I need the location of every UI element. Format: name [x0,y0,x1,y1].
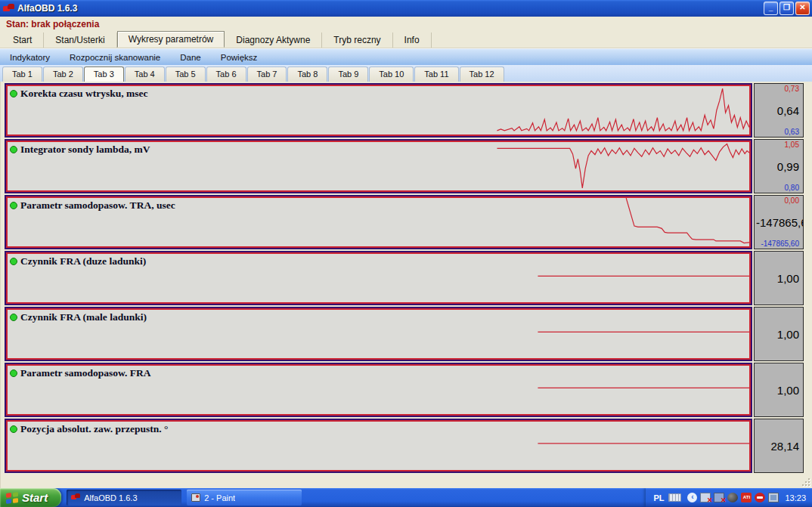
minimize-button[interactable]: _ [764,2,778,15]
clock[interactable]: 13:23 [785,493,806,502]
keyboard-icon[interactable] [668,493,681,502]
chart-box[interactable]: Czynnik FRA (male ladunki) [5,307,752,361]
connection-status: Stan: brak połączenia [6,19,99,29]
chart-surface: Parametr samodopasow. TRA, usec [6,196,751,248]
window-title: AlfaOBD 1.6.3 [17,3,77,14]
chart-box[interactable]: Pozycja absolut. zaw. przepustn. ° [5,419,752,473]
tray-icons: ‹ATI [687,493,782,502]
display-icon[interactable] [768,493,779,502]
strip-tab-8[interactable]: Tab 8 [287,66,327,82]
main-tab-bar: StartStan/UsterkiWykresy parametrówDiagn… [0,31,812,48]
tab-start[interactable]: Start [2,32,44,48]
panel-label-row: Parametr samodopasow. TRA, usec [10,199,175,212]
tab-stan-usterki[interactable]: Stan/Usterki [44,32,116,48]
chart-surface: Pozycja absolut. zaw. przepustn. ° [6,420,751,471]
task-label: 2 - Paint [204,493,235,502]
hide-icons-chevron[interactable]: ‹ [687,493,697,502]
start-label: Start [22,491,48,504]
menu-item-dane[interactable]: Dane [170,49,211,66]
taskbar-button-2-paint[interactable]: 2 - Paint [187,490,302,505]
strip-tab-3[interactable]: Tab 3 [84,66,124,82]
tab-tryb-reczny[interactable]: Tryb reczny [322,32,392,48]
panel-label-row: Czynnik FRA (male ladunki) [10,311,147,323]
strip-tab-12[interactable]: Tab 12 [460,66,504,82]
parameter-name: Integrator sondy lambda, mV [20,144,150,156]
strip-tab-11[interactable]: Tab 11 [414,66,458,82]
value-box: 0,730,640,63 [754,83,804,138]
strip-tab-9[interactable]: Tab 9 [328,66,368,82]
volume-icon[interactable] [727,493,738,502]
resize-grip[interactable] [801,477,810,487]
value-box: 28,14 [754,419,804,473]
parameter-panel-integrator-sondy-lambda-mv[interactable]: Integrator sondy lambda, mV1,050,990,80 [5,139,804,193]
taskbar-button-alfaobd-1-6-3[interactable]: AlfaOBD 1.6.3 [67,490,181,505]
network-offline-icon[interactable] [700,493,711,502]
strip-tab-7[interactable]: Tab 7 [247,66,287,82]
menu-item-powi-ksz[interactable]: Powiększ [211,49,268,66]
parameter-panel-korekta-czasu-wtrysku-msec[interactable]: Korekta czasu wtrysku, msec0,730,640,63 [5,83,804,138]
tab-wykresy-parametr-w[interactable]: Wykresy parametrów [117,31,225,48]
chart-box[interactable]: Czynnik FRA (duze ladunki) [5,251,752,305]
strip-tab-1[interactable]: Tab 1 [2,66,42,82]
tab-strip: Tab 1Tab 2Tab 3Tab 4Tab 5Tab 6Tab 7Tab 8… [0,65,812,82]
taskbar: Start AlfaOBD 1.6.32 - Paint PL ‹ATI 13:… [0,488,812,507]
parameter-panel-czynnik-fra-duze-ladunki[interactable]: Czynnik FRA (duze ladunki)1,00 [5,251,804,305]
value-box: 0,00-147865,6-147865,60 [754,195,804,249]
chart-surface: Czynnik FRA (duze ladunki) [6,252,751,304]
task-button-area: AlfaOBD 1.6.32 - Paint [61,490,302,505]
chart-surface: Parametr samodopasow. FRA [6,364,751,416]
min-value: -147865,60 [761,240,799,248]
chart-box[interactable]: Korekta czasu wtrysku, msec [5,83,752,138]
strip-tab-4[interactable]: Tab 4 [125,66,165,82]
chart-surface: Korekta czasu wtrysku, msec [6,85,751,136]
parameter-name: Czynnik FRA (duze ladunki) [20,255,146,267]
value-box: 1,00 [754,363,804,417]
chart-box[interactable]: Parametr samodopasow. TRA, usec [5,195,752,249]
max-value: 0,00 [785,196,799,205]
min-value: 0,80 [785,184,799,192]
active-indicator-icon [10,90,17,97]
parameter-panel-czynnik-fra-male-ladunki[interactable]: Czynnik FRA (male ladunki)1,00 [5,307,804,361]
ati-icon[interactable]: ATI [741,493,752,502]
tab-diagnozy-aktywne[interactable]: Diagnozy Aktywne [225,32,322,48]
active-indicator-icon [10,146,17,153]
language-indicator[interactable]: PL [653,493,664,502]
max-value: 1,05 [785,141,799,149]
app-window: AlfaOBD 1.6.3 _ ❐ ✕ Stan: brak połączeni… [0,0,812,507]
restore-button[interactable]: ❐ [779,2,794,15]
tab-info[interactable]: Info [393,32,432,48]
parameter-panel-pozycja-absolut-zaw-przepustn[interactable]: Pozycja absolut. zaw. przepustn. °28,14 [5,419,804,473]
strip-tab-6[interactable]: Tab 6 [206,66,246,82]
max-value: 0,73 [785,85,799,93]
menu-item-indykatory[interactable]: Indykatory [0,49,60,66]
start-button[interactable]: Start [0,488,61,507]
task-label: AlfaOBD 1.6.3 [84,493,137,502]
close-button[interactable]: ✕ [795,2,810,15]
strip-tab-5[interactable]: Tab 5 [166,66,206,82]
value-box: 1,00 [754,251,804,305]
titlebar[interactable]: AlfaOBD 1.6.3 _ ❐ ✕ [0,0,812,17]
current-value: 1,00 [756,384,799,397]
parameter-panel-parametr-samodopasow-tra-usec[interactable]: Parametr samodopasow. TRA, usec0,00-1478… [5,195,804,249]
active-indicator-icon [10,258,17,265]
current-value: -147865,6 [756,216,799,229]
paint-task-icon [191,493,200,502]
strip-tab-2[interactable]: Tab 2 [43,66,83,82]
windows-flag-icon [6,492,18,504]
alert-icon[interactable] [755,493,765,502]
chart-box[interactable]: Parametr samodopasow. FRA [5,363,752,417]
parameter-panel-parametr-samodopasow-fra[interactable]: Parametr samodopasow. FRA1,00 [5,363,804,417]
chart-box[interactable]: Integrator sondy lambda, mV [5,139,752,193]
parameter-name: Czynnik FRA (male ladunki) [20,311,147,323]
panel-label-row: Czynnik FRA (duze ladunki) [10,255,146,267]
chart-surface: Integrator sondy lambda, mV [6,141,751,192]
system-tray: PL ‹ATI 13:23 [646,488,812,507]
parameter-name: Parametr samodopasow. TRA, usec [20,199,175,212]
strip-tab-10[interactable]: Tab 10 [369,66,414,82]
menu-item-rozpocznij-skanowanie[interactable]: Rozpocznij skanowanie [60,49,170,66]
close-icon: ✕ [796,2,809,14]
restore-icon: ❐ [780,2,793,14]
active-indicator-icon [10,369,17,377]
current-value: 28,14 [756,440,799,453]
lan-offline-icon[interactable] [714,493,724,502]
